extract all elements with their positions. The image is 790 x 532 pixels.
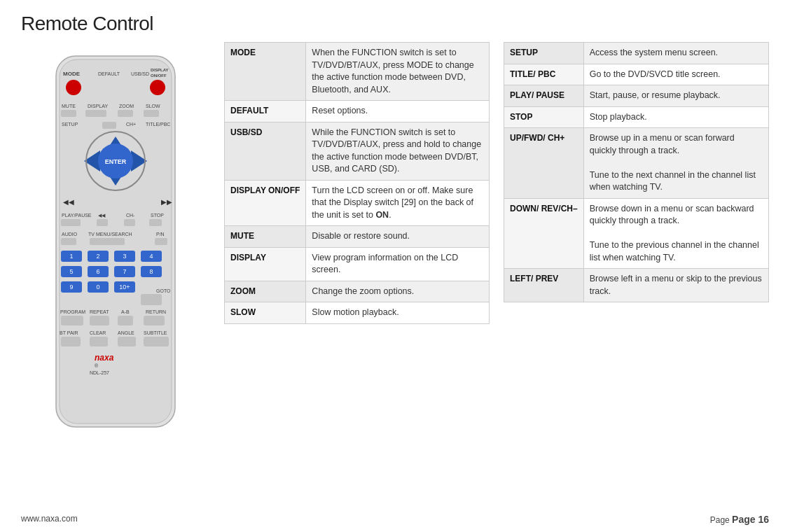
svg-text:DEFAULT: DEFAULT [98,71,120,76]
table-value: While the FUNCTION switch is set to TV/D… [306,122,490,180]
svg-rect-81 [90,337,108,346]
svg-text:10+: 10+ [119,284,130,290]
left-table: MODEWhen the FUNCTION switch is set to T… [224,42,490,324]
table-key: UP/FWD/ CH+ [504,128,584,199]
svg-text:8: 8 [149,268,153,275]
svg-text:PLAY/PAUSE: PLAY/PAUSE [62,213,92,218]
table-row: DEFAULTReset options. [225,101,490,122]
svg-text:AUDIO: AUDIO [62,232,78,237]
table-key: SETUP [504,43,584,64]
table-key: LEFT/ PREV [504,269,584,302]
svg-text:SETUP: SETUP [62,122,78,127]
svg-rect-34 [61,219,81,226]
svg-text:CH-: CH- [126,213,135,218]
svg-text:USB/SD: USB/SD [131,71,149,76]
svg-rect-15 [118,110,133,117]
table-value: Browse up in a menu or scan forward quic… [583,128,768,199]
table-key: DISPLAY [225,247,306,281]
svg-rect-83 [144,337,169,346]
svg-rect-35 [97,219,108,226]
svg-point-7 [66,80,81,95]
table-key: DISPLAY ON/OFF [225,180,306,226]
remote-control-svg: MODE DEFAULT USB/SD DISPLAY ON/OFF MUTE … [42,49,189,441]
svg-rect-20 [102,122,116,129]
svg-text:7: 7 [123,268,126,275]
svg-text:DISPLAY: DISPLAY [151,68,168,72]
table-key: STOP [504,106,584,128]
svg-text:MODE: MODE [63,71,81,77]
svg-rect-74 [118,316,133,326]
svg-text:1: 1 [69,253,73,260]
svg-text:ON/OFF: ON/OFF [151,74,167,78]
svg-text:P/N: P/N [156,232,165,237]
svg-rect-82 [118,337,136,346]
svg-text:SLOW: SLOW [146,104,160,108]
svg-text:MUTE: MUTE [62,104,76,108]
svg-rect-42 [90,238,125,245]
svg-text:A-B: A-B [121,309,130,314]
svg-rect-41 [61,238,76,245]
svg-text:CH+: CH+ [126,122,136,127]
svg-text:GOTO: GOTO [156,288,171,293]
svg-text:CLEAR: CLEAR [90,330,106,335]
svg-text:4: 4 [149,253,153,260]
table-value: Start, pause, or resume playback. [583,85,768,107]
svg-text:TV MENU/SEARCH: TV MENU/SEARCH [88,232,132,237]
svg-text:◀◀: ◀◀ [63,198,74,206]
svg-text:TITLE/PBC: TITLE/PBC [146,122,170,127]
table-value: Go to the DVD/SVCD title screen. [583,64,768,85]
table-value: Stop playback. [583,106,768,128]
svg-text:ANGLE: ANGLE [118,330,134,335]
svg-text:naxa: naxa [95,353,114,363]
table-value: When the FUNCTION switch is set to TV/DV… [306,43,490,101]
table-value: View program information on the LCD scre… [306,247,490,281]
table-row: PLAY/ PAUSEStart, pause, or resume playb… [504,85,769,107]
right-table: SETUPAccess the system menu screen.TITLE… [504,42,769,302]
svg-text:SUBTITLE: SUBTITLE [144,330,167,335]
table-row: SLOWSlow motion playback. [225,302,490,324]
table-row: DOWN/ REV/CH–Browse down in a menu or sc… [504,198,769,269]
table-row: USB/SDWhile the FUNCTION switch is set t… [225,122,490,180]
table-key: SLOW [225,302,306,324]
table-key: USB/SD [225,122,306,180]
svg-text:◀◀: ◀◀ [98,213,106,218]
table-value: Slow motion playback. [306,302,490,324]
table-key: PLAY/ PAUSE [504,85,584,107]
table-value: Browse left in a menu or skip to the pre… [583,269,768,302]
svg-text:REPEAT: REPEAT [90,309,109,314]
svg-text:ENTER: ENTER [105,158,127,165]
table-key: DEFAULT [225,101,306,122]
svg-point-8 [150,80,165,95]
svg-text:9: 9 [69,284,73,290]
svg-rect-16 [144,110,159,117]
table-key: MUTE [225,226,306,248]
svg-text:3: 3 [123,253,126,260]
svg-rect-14 [85,110,106,117]
table-row: TITLE/ PBCGo to the DVD/SVCD title scree… [504,64,769,85]
svg-rect-75 [144,316,165,326]
table-row: DISPLAY ON/OFFTurn the LCD screen on or … [225,180,490,226]
tables-wrapper: MODEWhen the FUNCTION switch is set to T… [217,42,776,441]
table-value: Disable or restore sound. [306,226,490,248]
svg-text:STOP: STOP [151,213,164,218]
footer: www.naxa.com Page Page 16 [0,514,790,525]
svg-text:RETURN: RETURN [146,309,166,314]
footer-left: www.naxa.com [21,514,78,525]
table-row: ZOOMChange the zoom options. [225,281,490,302]
svg-rect-72 [61,316,83,326]
svg-rect-73 [90,316,109,326]
svg-rect-80 [61,337,81,346]
page-header: Remote Control [0,0,790,42]
svg-rect-37 [149,219,162,226]
table-row: DISPLAYView program information on the L… [225,247,490,281]
table-value: Turn the LCD screen on or off. Make sure… [306,180,490,226]
svg-text:DISPLAY: DISPLAY [88,104,108,108]
svg-text:®: ® [95,363,99,368]
table-row: SETUPAccess the system menu screen. [504,43,769,64]
footer-right: Page Page 16 [710,514,769,525]
svg-rect-43 [155,238,167,245]
table-row: MUTEDisable or restore sound. [225,226,490,248]
svg-text:2: 2 [96,253,99,260]
table-row: LEFT/ PREVBrowse left in a menu or skip … [504,269,769,302]
svg-text:6: 6 [96,268,99,275]
